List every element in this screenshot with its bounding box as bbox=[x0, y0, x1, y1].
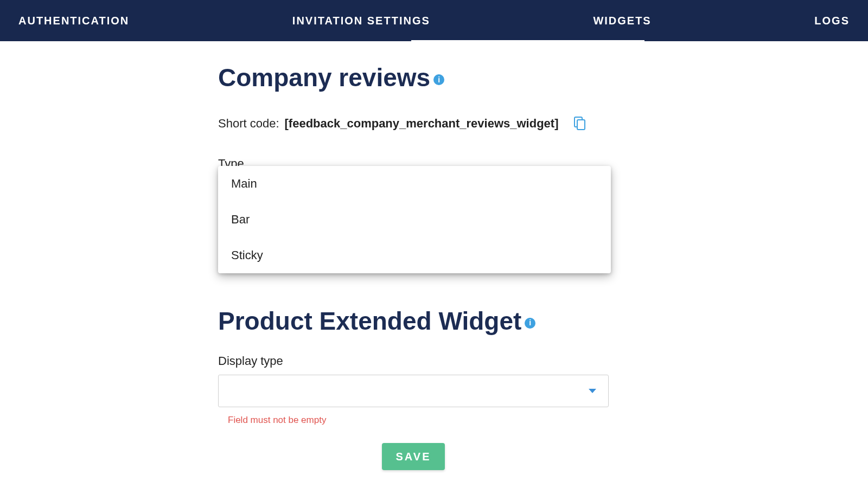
copy-icon[interactable] bbox=[574, 117, 586, 131]
tab-authentication[interactable]: AUTHENTICATION bbox=[8, 0, 140, 41]
shortcode-label: Short code: bbox=[218, 117, 279, 131]
info-icon[interactable]: i bbox=[525, 318, 535, 329]
shortcode-row: Short code: [feedback_company_merchant_r… bbox=[218, 117, 609, 131]
tab-logs[interactable]: LOGS bbox=[803, 0, 860, 41]
company-reviews-title-text: Company reviews bbox=[218, 64, 430, 92]
display-type-label: Display type bbox=[218, 354, 609, 368]
save-button[interactable]: SAVE bbox=[382, 443, 445, 470]
display-type-error: Field must not be empty bbox=[228, 415, 609, 426]
main-content: Company reviews i Short code: [feedback_… bbox=[218, 41, 609, 470]
type-option-sticky[interactable]: Sticky bbox=[218, 237, 611, 273]
save-row: SAVE bbox=[218, 443, 609, 470]
type-option-main[interactable]: Main bbox=[218, 166, 611, 202]
tab-invitation-settings[interactable]: INVITATION SETTINGS bbox=[282, 0, 441, 41]
chevron-down-icon bbox=[589, 389, 596, 393]
info-icon[interactable]: i bbox=[433, 74, 444, 85]
type-dropdown-panel: Main Bar Sticky bbox=[218, 166, 611, 273]
company-reviews-heading: Company reviews i bbox=[218, 64, 609, 92]
tab-widgets[interactable]: WIDGETS bbox=[582, 0, 662, 41]
svg-rect-1 bbox=[577, 120, 585, 130]
top-nav: AUTHENTICATION INVITATION SETTINGS WIDGE… bbox=[0, 0, 868, 41]
shortcode-value: [feedback_company_merchant_reviews_widge… bbox=[285, 117, 559, 131]
product-extended-title-text: Product Extended Widget bbox=[218, 307, 521, 335]
display-type-select[interactable] bbox=[218, 375, 609, 407]
product-extended-heading: Product Extended Widget i bbox=[218, 307, 609, 335]
type-option-bar[interactable]: Bar bbox=[218, 202, 611, 237]
